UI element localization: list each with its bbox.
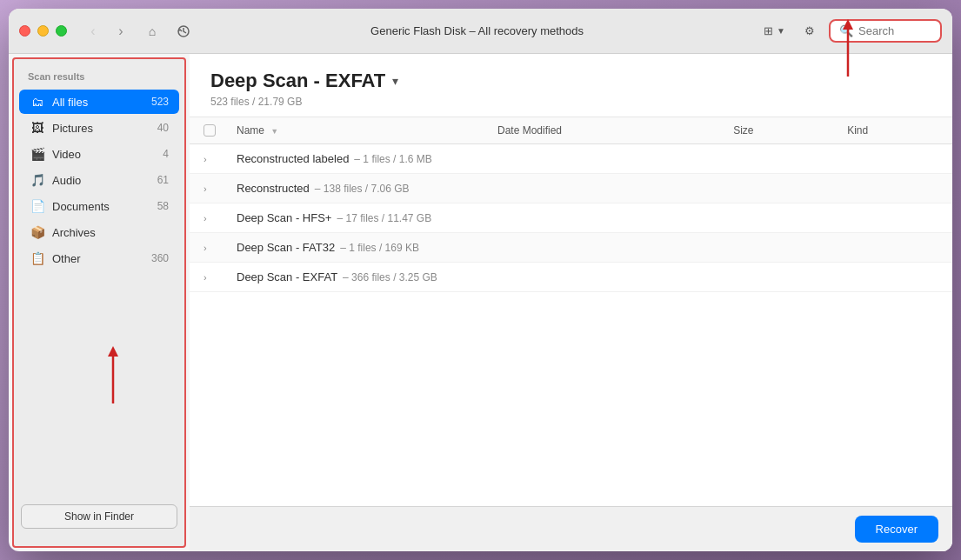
other-icon: 📋	[30, 250, 45, 266]
row-expand-cell[interactable]: ›	[190, 203, 226, 233]
row-name-sub: – 1 files / 1.6 MB	[354, 153, 431, 165]
row-name-sub: – 17 files / 11.47 GB	[337, 212, 431, 224]
row-name-cell: Deep Scan - HFS+ – 17 files / 11.47 GB	[226, 203, 487, 233]
row-kind-cell	[837, 263, 952, 292]
row-date-cell	[487, 203, 723, 233]
expand-icon[interactable]: ›	[204, 154, 207, 164]
expand-icon[interactable]: ›	[204, 213, 207, 223]
search-box[interactable]: 🔍	[829, 19, 942, 43]
sidebar-item-documents[interactable]: 📄 Documents 58	[19, 194, 179, 218]
expand-icon[interactable]: ›	[204, 243, 207, 253]
all-files-count: 523	[151, 96, 169, 108]
row-size-cell	[723, 144, 837, 174]
sidebar-item-other[interactable]: 📋 Other 360	[19, 246, 179, 270]
col-name[interactable]: Name ▼	[226, 117, 487, 144]
select-all-checkbox[interactable]	[204, 124, 216, 137]
sidebar: Scan results 🗂 All files 523 🖼 Pictures …	[12, 57, 186, 548]
row-expand-cell[interactable]: ›	[190, 233, 226, 263]
view-icon: ⊞	[764, 24, 773, 37]
row-name-sub: – 138 files / 7.06 GB	[315, 183, 410, 195]
row-name-cell: Deep Scan - EXFAT – 366 files / 3.25 GB	[226, 263, 487, 292]
col-kind[interactable]: Kind	[837, 117, 952, 144]
col-date-label: Date Modified	[497, 124, 562, 137]
sidebar-item-video[interactable]: 🎬 Video 4	[19, 142, 179, 166]
search-input[interactable]	[858, 24, 937, 37]
row-size-cell	[723, 233, 837, 263]
pictures-count: 40	[151, 122, 169, 134]
col-checkbox[interactable]	[190, 117, 226, 144]
scan-history-button[interactable]	[171, 19, 196, 43]
close-button[interactable]	[19, 25, 30, 37]
minimize-button[interactable]	[37, 25, 49, 37]
recover-button[interactable]: Recover	[855, 516, 938, 543]
content-title: Deep Scan - EXFAT ▾	[210, 70, 931, 92]
pictures-label: Pictures	[52, 122, 144, 135]
row-date-cell	[487, 144, 723, 174]
table-row[interactable]: › Deep Scan - EXFAT – 366 files / 3.25 G…	[190, 263, 952, 292]
forward-button[interactable]: ›	[109, 19, 133, 43]
bottom-bar: Recover	[190, 506, 952, 551]
sidebar-item-archives[interactable]: 📦 Archives	[19, 220, 179, 244]
col-date-modified[interactable]: Date Modified	[487, 117, 723, 144]
all-files-icon: 🗂	[30, 94, 45, 110]
row-name-text: Deep Scan - EXFAT	[237, 270, 337, 283]
row-expand-cell[interactable]: ›	[190, 144, 226, 174]
search-icon: 🔍	[839, 24, 853, 37]
documents-label: Documents	[52, 200, 144, 213]
row-date-cell	[487, 174, 723, 203]
row-name-text: Deep Scan - HFS+	[237, 211, 331, 224]
row-name-sub: – 366 files / 3.25 GB	[343, 271, 437, 283]
row-kind-cell	[837, 203, 952, 233]
expand-icon[interactable]: ›	[204, 272, 207, 283]
sidebar-item-audio[interactable]: 🎵 Audio 61	[19, 168, 179, 192]
titlebar: ‹ › ⌂ Generic Flash Disk – All recovery …	[9, 9, 952, 54]
table-row[interactable]: › Deep Scan - HFS+ – 17 files / 11.47 GB	[190, 203, 952, 233]
table-row[interactable]: › Deep Scan - FAT32 – 1 files / 169 KB	[190, 233, 952, 263]
row-expand-cell[interactable]: ›	[190, 174, 226, 203]
view-chevron-icon: ▼	[777, 26, 785, 36]
row-expand-cell[interactable]: ›	[190, 263, 226, 292]
home-button[interactable]: ⌂	[140, 19, 164, 43]
settings-icon: ⚙	[804, 24, 815, 37]
file-table-container[interactable]: Name ▼ Date Modified Size	[190, 117, 952, 506]
other-count: 360	[151, 252, 169, 264]
row-date-cell	[487, 233, 723, 263]
documents-icon: 📄	[30, 198, 45, 214]
col-size-label: Size	[733, 124, 753, 137]
scan-results-label: Scan results	[14, 68, 184, 89]
content-header: Deep Scan - EXFAT ▾ 523 files / 21.79 GB	[190, 54, 952, 117]
sidebar-footer: Show in Finder	[14, 496, 184, 537]
sidebar-item-all-files[interactable]: 🗂 All files 523	[19, 90, 179, 114]
content-title-text: Deep Scan - EXFAT	[210, 70, 385, 92]
window-title: Generic Flash Disk – All recovery method…	[203, 24, 751, 37]
title-chevron-button[interactable]: ▾	[390, 74, 400, 88]
sidebar-item-pictures[interactable]: 🖼 Pictures 40	[19, 116, 179, 140]
main-content: Scan results 🗂 All files 523 🖼 Pictures …	[9, 54, 952, 551]
content-area: Deep Scan - EXFAT ▾ 523 files / 21.79 GB	[190, 54, 952, 551]
row-size-cell	[723, 203, 837, 233]
settings-button[interactable]: ⚙	[797, 19, 822, 43]
audio-label: Audio	[52, 174, 144, 187]
row-name-sub: – 1 files / 169 KB	[340, 242, 419, 254]
expand-icon[interactable]: ›	[204, 183, 207, 194]
table-row[interactable]: › Reconstructed – 138 files / 7.06 GB	[190, 174, 952, 203]
back-button[interactable]: ‹	[81, 19, 105, 43]
pictures-icon: 🖼	[30, 120, 45, 136]
row-date-cell	[487, 263, 723, 292]
table-row[interactable]: › Reconstructed labeled – 1 files / 1.6 …	[190, 144, 952, 174]
col-size[interactable]: Size	[723, 117, 837, 144]
video-count: 4	[151, 148, 169, 160]
col-kind-label: Kind	[847, 124, 868, 137]
view-button[interactable]: ⊞ ▼	[758, 21, 791, 41]
show-in-finder-button[interactable]: Show in Finder	[21, 504, 177, 529]
archives-label: Archives	[52, 226, 144, 239]
row-name-cell: Reconstructed – 138 files / 7.06 GB	[226, 174, 487, 203]
content-subtitle: 523 files / 21.79 GB	[210, 96, 931, 108]
video-icon: 🎬	[30, 146, 45, 162]
audio-count: 61	[151, 174, 169, 186]
row-name-cell: Deep Scan - FAT32 – 1 files / 169 KB	[226, 233, 487, 263]
fullscreen-button[interactable]	[56, 25, 67, 37]
documents-count: 58	[151, 200, 169, 212]
row-name-cell: Reconstructed labeled – 1 files / 1.6 MB	[226, 144, 487, 174]
file-table: Name ▼ Date Modified Size	[190, 117, 952, 292]
